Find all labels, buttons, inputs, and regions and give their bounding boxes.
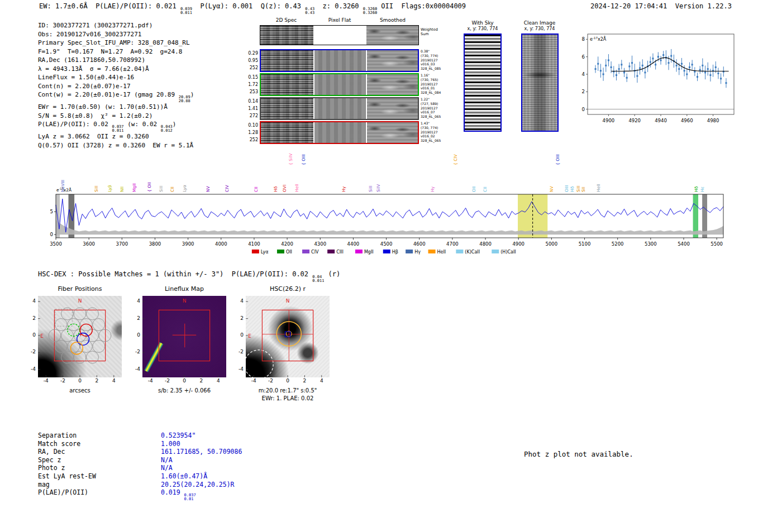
text-seg: (r) [324, 270, 340, 278]
x-tick-label: 2 [300, 378, 309, 384]
x-tick-label: 4000 [215, 241, 227, 247]
legend-swatch [456, 250, 463, 253]
x-tick-label: 4980 [707, 118, 719, 123]
text-seg: 1.60(±0.47)Å [161, 472, 207, 480]
match-table-value: 1.000 [161, 440, 180, 448]
x-tick-label: -2 [163, 378, 172, 384]
text-seg: 20.25(20.24,20.25)R [161, 481, 235, 488]
spectral-line-label: SiIV [376, 184, 381, 192]
row-metric: 0.14 [244, 98, 258, 105]
cutout-2d-spec [261, 74, 313, 95]
legend-swatch [355, 250, 363, 253]
match-table-value: 0.523954" [161, 432, 196, 439]
weighted-2d-segment [260, 26, 313, 45]
col-header-2d-spec: 2D Spec [260, 17, 313, 23]
row-metric: 0.10 [244, 122, 258, 129]
x-tick-label: 5000 [546, 241, 558, 247]
x-tick-label: 5500 [711, 241, 723, 247]
info-block: ID: 3002377271 (3002377271.pdf)Obs: 2019… [38, 21, 194, 150]
legend-swatch [492, 250, 499, 253]
spectral-line-label: Hγ [430, 186, 435, 192]
cutout-smoothed [367, 74, 418, 95]
header-datetime: 2024-12-20 17:04:41 Version 1.22.3 [590, 2, 732, 10]
legend-label: CIII [336, 250, 344, 255]
spectral-line-label: { CIV [453, 154, 458, 165]
with-sky-image [464, 33, 502, 132]
y-tick-label: -4 [27, 366, 36, 372]
legend-swatch [406, 250, 413, 253]
spectral-line-label: HeII [294, 184, 299, 192]
spectral-line-label: { OIII [555, 154, 560, 165]
y-tick-label: 5 [50, 209, 53, 214]
info-line: λ = 4943.13Å σ = 7.66(±2.04)Å [38, 65, 194, 74]
weighted-label-line: Weighted [421, 27, 438, 32]
x-tick-label: 4700 [446, 241, 459, 247]
cutout-pixel-flat [314, 98, 366, 119]
row-metric: 1.72 [244, 81, 258, 88]
col-header-pixel-flat: Pixel Flat [314, 17, 365, 23]
text-seg: 1.000 [161, 440, 180, 448]
spectral-line-label: Hδ [694, 186, 699, 192]
spectrum-unit-label: e-17x2Å [56, 187, 72, 193]
spectral-line-label: SII [581, 187, 586, 192]
text-seg: ) [173, 121, 177, 128]
weighted-flat-segment [313, 26, 366, 45]
row-annotation: (730, 774) [421, 54, 455, 58]
match-table-label: Photo z [38, 464, 65, 472]
cutout-smoothed [367, 50, 418, 71]
x-tick-label: 4960 [681, 118, 693, 123]
north-label: N [183, 298, 187, 304]
fiber-circle [74, 351, 86, 363]
lineflux-caption: s/b: 2.35 +/- 0.066 [142, 387, 226, 394]
match-table-value: 0.019 0.0370.01 [161, 488, 196, 501]
x-tick-label: 2 [197, 378, 206, 384]
legend-swatch [428, 250, 436, 253]
legend-item: CIII [327, 250, 344, 255]
x-tick-label: 0 [283, 378, 292, 384]
spectral-line-label: Hε [700, 186, 705, 192]
stacked-fraction: 0.0430.012 [161, 125, 173, 132]
stacked-fraction: 0.0370.01 [184, 493, 196, 501]
info-line: P(LAE)/P(OII): 0.02 0.0370.011 (w: 0.02 … [38, 120, 194, 132]
legend-label: MgII [364, 250, 374, 255]
text-seg: RA,Dec (161.171860,50.708992) [38, 56, 145, 64]
x-tick-label: 4800 [479, 241, 492, 247]
legend-item: (K)CaII [456, 250, 480, 255]
x-tick-label: 5400 [678, 241, 690, 247]
text-seg: ID: 3002377271 (3002377271.pdf) [38, 22, 152, 29]
y-tick-label: -2 [27, 349, 36, 354]
spectral-line-label: Hγ [341, 186, 346, 192]
lineflux-map-overlay: N [142, 296, 226, 377]
match-table-label: Est LyA rest-EW [38, 472, 96, 480]
x-tick-label: -4 [249, 378, 258, 384]
row-annotation: 20190127 [421, 130, 455, 135]
y-tick-label: 2 [27, 315, 36, 321]
header-summary-line: EW: 1.7±0.6Å P(LAE)/P(OII): 0.021 0.0390… [39, 2, 466, 15]
y-tick-label: 4 [132, 298, 140, 304]
weighted-smoothed-segment [366, 26, 418, 45]
spectral-line-label: { OIII [301, 154, 306, 165]
spectral-line-label: SiII [159, 186, 164, 192]
fraction-bottom: 20.88 [179, 99, 190, 103]
photz-note: Phot z plot not available. [524, 450, 633, 458]
y-tick-label: 0 [50, 232, 53, 237]
fiber-circle [68, 319, 80, 331]
legend-item: Lyα [252, 250, 269, 255]
weighted-sum-strip [260, 25, 419, 45]
row-annotation: 1.43" [421, 121, 455, 126]
hsc-cutout-plot: NE -4-2024420-2-4 [246, 296, 330, 377]
y-tick-label: 0 [132, 332, 140, 338]
text-seg: EW: 1.7±0.6Å P(LAE)/P(OII): 0.021 [39, 2, 180, 10]
with-sky-coords: x, y: 730, 774 [458, 26, 507, 31]
row-annotation: v016_07 [421, 110, 455, 114]
weighted-sum-label: WeightedSum [421, 27, 438, 36]
x-tick-label: 3600 [83, 241, 95, 247]
fraction-bottom: 0.3260 [363, 11, 377, 15]
spectral-line-label: OVI [282, 185, 287, 192]
spectral-line-label: SiII [94, 186, 99, 192]
x-tick-label: 5300 [645, 241, 657, 247]
legend-label: Lyα [261, 250, 269, 255]
match-table-label: mag [38, 481, 50, 488]
legend-item: Hγ [406, 250, 421, 255]
y-tick-label: -4 [132, 366, 140, 372]
